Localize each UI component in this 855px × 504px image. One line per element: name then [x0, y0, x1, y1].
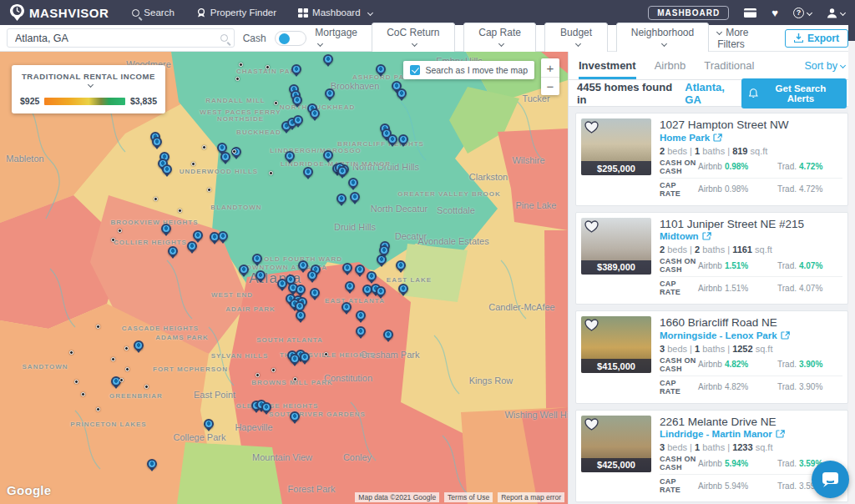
favorite-heart-icon[interactable] — [584, 121, 599, 134]
map-pin[interactable] — [303, 167, 313, 177]
help-menu[interactable]: ? — [793, 8, 812, 18]
property-photo[interactable]: $295,000 — [581, 118, 651, 175]
map-pin[interactable] — [220, 152, 230, 162]
heatmap-map[interactable]: AtlantaWoodmereEmbry HillsTuckerMableton… — [0, 52, 568, 504]
property-card[interactable]: $425,000 2261 Melante Drive NE Lindridge… — [575, 410, 848, 503]
property-card[interactable]: $415,000 1660 Briarcliff Road NE Morning… — [575, 310, 848, 404]
map-pin[interactable] — [398, 284, 408, 294]
map-pin[interactable] — [337, 166, 347, 176]
sort-by-dropdown[interactable]: Sort by — [804, 52, 845, 79]
map-pin[interactable] — [187, 241, 197, 251]
favorites-heart-icon[interactable]: ♥ — [772, 8, 778, 18]
account-menu[interactable] — [827, 8, 845, 18]
card-icon[interactable] — [744, 8, 756, 18]
map-pin[interactable] — [193, 230, 203, 240]
cash-mortgage-toggle[interactable] — [275, 31, 307, 46]
map-pin[interactable] — [293, 115, 303, 125]
search-as-move-checkbox[interactable]: Search as I move the map — [403, 61, 534, 79]
tab-investment[interactable]: Investment — [579, 52, 636, 79]
property-address[interactable]: 1101 Juniper Street NE #215 — [660, 218, 842, 231]
map-pin[interactable] — [218, 231, 228, 241]
map-pin[interactable] — [239, 265, 249, 275]
neighborhood-link[interactable]: Lindridge - Martin Manor — [660, 429, 842, 439]
map-pin[interactable] — [348, 178, 358, 188]
map-pin[interactable] — [292, 95, 302, 105]
favorite-heart-icon[interactable] — [584, 418, 599, 431]
map-pin[interactable] — [376, 64, 386, 74]
map-pin[interactable] — [342, 263, 352, 273]
map-pin[interactable] — [147, 459, 157, 469]
map-pin[interactable] — [277, 279, 287, 289]
favorite-heart-icon[interactable] — [584, 220, 599, 233]
map-pin[interactable] — [307, 270, 317, 280]
map-pin[interactable] — [252, 254, 262, 264]
report-error-link[interactable]: Report a map error — [498, 492, 564, 502]
map-pin[interactable] — [323, 150, 333, 160]
page-scrollbar-thumb[interactable] — [848, 25, 855, 41]
map-pin[interactable] — [255, 270, 266, 280]
export-button[interactable]: Export — [785, 29, 848, 48]
nav-item-property-finder[interactable]: Property Finder — [196, 8, 276, 18]
map-pin[interactable] — [162, 164, 172, 174]
budget-filter[interactable]: Budget — [544, 23, 607, 54]
terms-link[interactable]: Terms of Use — [444, 492, 493, 502]
zoom-in-button[interactable]: + — [541, 58, 559, 77]
property-card[interactable]: $389,000 1101 Juniper Street NE #215 Mid… — [575, 212, 848, 305]
map-pin[interactable] — [383, 330, 393, 340]
map-pin[interactable] — [397, 88, 407, 98]
map-pin[interactable] — [168, 246, 178, 256]
map-pin[interactable] — [387, 134, 397, 144]
page-scrollbar-track[interactable] — [848, 25, 855, 504]
zoom-out-button[interactable]: − — [541, 77, 559, 95]
neighborhood-link[interactable]: Morningside - Lenox Park — [660, 330, 842, 340]
heatmap-legend[interactable]: TRADITIONAL RENTAL INCOME $925 $3,835 — [12, 65, 165, 113]
map-pin[interactable] — [356, 310, 366, 320]
map-pin[interactable] — [396, 260, 406, 270]
map-pin[interactable] — [341, 302, 352, 312]
map-pin[interactable] — [161, 224, 171, 234]
property-card[interactable]: $295,000 1027 Hampton Street NW Home Par… — [575, 113, 848, 206]
location-search-box[interactable] — [7, 28, 235, 48]
map-pin[interactable] — [290, 354, 300, 364]
map-pin[interactable] — [134, 340, 144, 350]
more-filters[interactable]: More Filters — [717, 27, 777, 50]
map-pin[interactable] — [310, 288, 320, 298]
map-pin[interactable] — [296, 310, 306, 320]
map-pin[interactable] — [345, 281, 355, 291]
map-pin[interactable] — [398, 134, 408, 144]
neighborhood-link[interactable]: Midtown — [660, 231, 842, 241]
property-address[interactable]: 1660 Briarcliff Road NE — [660, 316, 842, 330]
tab-traditional[interactable]: Traditional — [704, 52, 754, 79]
map-pin[interactable] — [298, 260, 308, 270]
map-pin[interactable] — [367, 271, 377, 281]
neighborhood-filter[interactable]: Neighborhood — [616, 23, 709, 54]
map-pin[interactable] — [376, 286, 386, 296]
map-pin[interactable] — [285, 151, 295, 161]
map-pin[interactable] — [261, 402, 271, 412]
cap-rate-filter[interactable]: Cap Rate — [463, 23, 537, 54]
map-pin[interactable] — [350, 192, 360, 202]
property-address[interactable]: 2261 Melante Drive NE — [660, 416, 842, 429]
map-pin[interactable] — [323, 54, 333, 64]
map-pin[interactable] — [379, 245, 389, 255]
map-pin[interactable] — [336, 194, 347, 204]
nav-item-search[interactable]: Search — [132, 8, 174, 18]
property-photo[interactable]: $425,000 — [581, 416, 651, 472]
legend-title[interactable]: TRADITIONAL RENTAL INCOME — [20, 72, 157, 90]
map-pin[interactable] — [356, 326, 366, 336]
map-pin[interactable] — [296, 285, 306, 295]
neighborhood-link[interactable]: Home Park — [660, 133, 842, 143]
map-pin[interactable] — [204, 419, 214, 429]
checkbox-checked-icon[interactable] — [410, 65, 420, 75]
map-pin[interactable] — [291, 64, 301, 74]
tab-airbnb[interactable]: Airbnb — [655, 52, 686, 79]
map-pin[interactable] — [310, 108, 320, 118]
property-address[interactable]: 1027 Hampton Street NW — [660, 118, 842, 132]
map-pin[interactable] — [152, 137, 162, 147]
map-pin[interactable] — [355, 265, 365, 275]
map-pin[interactable] — [325, 88, 335, 98]
results-location-link[interactable]: Atlanta, GA — [685, 81, 741, 106]
coc-return-filter[interactable]: CoC Return — [372, 23, 455, 54]
property-photo[interactable]: $389,000 — [581, 218, 651, 275]
map-pin[interactable] — [290, 411, 300, 421]
